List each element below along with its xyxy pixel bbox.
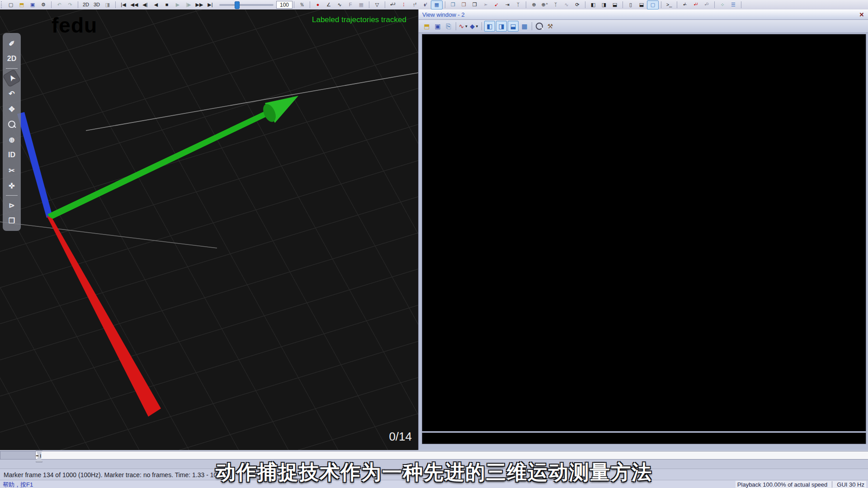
toolbar-separator [456,22,456,30]
toolbar-icon-marker-label-u[interactable]: •ᵁ [690,1,701,9]
palette-pin-icon[interactable]: ✐ [5,37,19,50]
toolbar-separator [714,1,715,8]
palette-orbit-rotate[interactable]: ↶ [5,87,19,100]
toolbar-separator [294,1,294,8]
toolbar-icon-target-add[interactable]: ⊕⁺ [539,1,550,9]
viewwin-icon-open-layout[interactable]: ⬒ [422,21,432,31]
toolbar-group: 2D3D◨ [80,0,114,9]
toolbar-icon-panel-narrow[interactable]: ▯ [625,1,636,9]
toolbar-icon-go-first[interactable]: |◀ [118,1,129,9]
3d-perspective-view[interactable]: fedu Labeled trajectories tracked 0/14 ✐… [0,9,419,450]
viewwin-icon-layout-graph[interactable]: ◧ [484,21,495,32]
toolbar-icon-grid-tool[interactable]: ▦ [356,1,367,9]
toolbar-icon-stop[interactable]: ■ [161,1,172,9]
angle-chart[interactable] [422,34,866,432]
palette-divider [6,68,18,69]
toolbar-group: •ᴸ•ᵁ•ᴰ [679,0,713,9]
toolbar-icon-save[interactable]: ▣ [27,1,38,9]
toolbar-icon-fill-plane-f[interactable]: ⬧ᶠ [420,1,431,9]
toolbar-icon-scatter-colored[interactable]: ⁘ [717,1,728,9]
toolbar-icon-percent[interactable]: ％ [297,1,307,9]
palette-pan-move[interactable]: ✥ [5,102,19,116]
toolbar-icon-view-3d[interactable]: 3D [91,1,102,9]
toolbar-icon-go-last[interactable]: ▶| [205,1,216,9]
toolbar-icon-select-ray[interactable]: ➣ [480,1,491,9]
toolbar-icon-grid-fill[interactable]: ▦ [431,0,443,9]
toolbar-icon-marker-gap[interactable]: ⁞ [398,1,409,9]
viewwin-icon-layout-table[interactable]: ▦ [519,21,529,31]
viewwin-icon-paint-style[interactable]: ◆▼ [469,21,479,31]
palette-join-markers[interactable]: ✜ [5,179,19,192]
toolbar-icon-camera[interactable]: ◨ [102,1,113,9]
toolbar-separator [526,1,526,8]
toolbar-icon-step-forward-key[interactable]: |▶ [183,1,194,9]
toolbar-icon-marker-label-l[interactable]: •ᴸ [679,1,690,9]
speed-value-box[interactable]: 100 [276,1,292,9]
toolbar-icon-panel-split[interactable]: ⬓ [636,1,647,9]
toolbar-icon-subject-figure[interactable]: ᛉ [550,1,561,9]
toolbar-icon-box-export[interactable]: ⇥ [502,1,513,9]
toolbar-icon-filter-funnel[interactable]: ▽ [372,1,382,9]
toolbar-icon-step-back-key[interactable]: ◀| [140,1,151,9]
toolbar-icon-play-backward[interactable]: ◀ [151,1,161,9]
speed-slider[interactable] [219,4,274,6]
toolbar-icon-undo[interactable]: ↶ [54,1,65,9]
toolbar-separator [51,1,52,8]
view-window-title: View window - 2 [422,11,465,18]
viewwin-icon-tools-hammer[interactable]: ⚒ [545,21,555,31]
toolbar-icon-rewind[interactable]: ◀◀ [129,1,140,9]
toolbar-icon-play[interactable]: ▶ [172,1,183,9]
toolbar-icon-fill-up-f[interactable]: ↑ᶠ [409,1,420,9]
toolbar-icon-settings-gear[interactable]: ⚙ [38,1,49,9]
viewwin-icon-copy-chart[interactable]: ⎘ [443,21,453,31]
toolbar-icon-refresh[interactable]: ⟳ [572,1,583,9]
toolbar-separator [445,1,445,8]
toolbar-icon-cube-mesh[interactable]: ❒ [469,1,480,9]
toolbar-icon-redo[interactable]: ↷ [65,1,75,9]
legend-line-swatch [428,438,439,439]
toolbar-icon-ray-red[interactable]: ➹ [491,1,502,9]
toolbar-icon-window-bottom[interactable]: ⬓ [609,1,620,9]
toolbar-icon-chart-box[interactable]: ∿ [561,1,572,9]
toolbar-icon-cube-solid[interactable]: ❒ [458,1,469,9]
view-window-titlebar[interactable]: View window - 2 ✕ [419,9,868,20]
palette-mode-2d[interactable]: 2D [5,52,19,66]
toolbar-icon-new-file[interactable]: ▢ [5,1,16,9]
toolbar-separator [310,1,310,8]
toolbar-icon-marker-label-d[interactable]: •ᴰ [701,1,712,9]
palette-cut-scissors[interactable]: ✂ [5,164,19,177]
close-icon[interactable]: ✕ [858,11,865,18]
viewwin-icon-layout-list[interactable]: ⬓ [508,21,519,32]
palette-focus-target[interactable]: ⊕ [5,133,19,146]
subtitle-caption: 动作捕捉技术作为一种先进的三维运动测量方法 [0,459,868,486]
viewwin-icon-chart-type[interactable]: ∿▼ [458,21,468,31]
toolbar-icon-marker-dot[interactable]: ● [312,1,323,9]
toolbar-icon-marker-l2[interactable]: •ᴸ² [387,1,398,9]
palette-select-cursor[interactable]: ➤ [3,69,21,88]
viewwin-icon-layout-graph-table[interactable]: ◨ [496,21,507,32]
toolbar-icon-angle-tool[interactable]: ∠ [323,1,334,9]
viewwin-icon-zoom-magnifier[interactable] [534,21,544,31]
toolbar-icon-view-2d[interactable]: 2D [80,1,91,9]
toolbar-icon-console[interactable]: >_ [664,1,675,9]
speed-slider-handle[interactable] [235,1,240,9]
toolbar-icon-open-file[interactable]: ⬒ [16,1,27,9]
toolbar-icon-list-colored[interactable]: ☰ [728,1,739,9]
palette-volume-cube[interactable]: ❒ [5,214,19,227]
toolbar-icon-fast-forward[interactable]: ▶▶ [194,1,205,9]
toolbar-icon-panel-full[interactable]: ▢ [647,0,659,9]
palette-id-label[interactable]: ID [5,148,19,162]
viewwin-icon-save-layout[interactable]: ▣ [433,21,443,31]
toolbar-separator [369,1,369,8]
toolbar-icon-label-f[interactable]: F [345,1,356,9]
palette-zoom-magnifier[interactable] [5,117,19,131]
toolbar-icon-skeleton-figure[interactable]: ᛉ [513,1,524,9]
toolbar-icon-window-right[interactable]: ◨ [599,1,609,9]
toolbar-icon-trajectory-tool[interactable]: ∿ [334,1,345,9]
timeline-track[interactable]: ➜| [35,451,868,460]
palette-fly-view[interactable]: ⊳ [5,198,19,212]
fedu-logo-text: fedu [52,15,97,36]
toolbar-icon-cube-wire[interactable]: ❒ [448,1,458,9]
toolbar-icon-window-left[interactable]: ◧ [588,1,599,9]
toolbar-icon-target[interactable]: ⊕ [528,1,539,9]
